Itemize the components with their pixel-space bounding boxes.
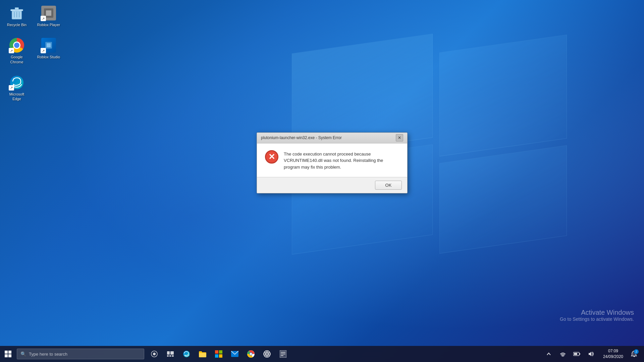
svg-rect-23: [219, 350, 222, 354]
mail-button[interactable]: [227, 347, 242, 361]
settings-taskbar-button[interactable]: [260, 347, 274, 361]
svg-rect-17: [167, 355, 169, 357]
svg-rect-24: [215, 354, 218, 358]
clock-time: 07:09: [608, 348, 618, 354]
svg-rect-41: [579, 353, 580, 355]
taskbar: 🔍 Type here to search: [0, 346, 644, 362]
volume-icon[interactable]: [585, 348, 597, 360]
file-explorer-icon: [199, 351, 206, 357]
dialog-body: ✕ The code execution cannot proceed beca…: [257, 143, 407, 177]
clock-date: 24/09/2020: [603, 354, 623, 360]
notification-badge: 2: [634, 349, 639, 354]
dialog-title-text: plutonium-launcher-win32.exe - System Er…: [261, 135, 342, 140]
network-icon[interactable]: [557, 348, 569, 360]
file-explorer-button[interactable]: [195, 347, 210, 361]
mail-icon: [231, 351, 238, 357]
error-icon: ✕: [265, 150, 278, 164]
svg-point-29: [250, 353, 252, 355]
microsoft-store-button[interactable]: [211, 347, 226, 361]
settings-taskbar-icon: [263, 350, 271, 358]
svg-rect-36: [281, 352, 285, 353]
search-icon: 🔍: [20, 351, 26, 357]
battery-svg-icon: [573, 352, 581, 356]
taskbar-search-bar[interactable]: 🔍 Type here to search: [17, 349, 144, 359]
svg-rect-16: [170, 351, 174, 355]
cortana-icon: [151, 351, 158, 357]
dialog-title: plutonium-launcher-win32.exe - System Er…: [261, 135, 342, 140]
svg-rect-21: [199, 353, 206, 357]
task-view-button[interactable]: [163, 347, 178, 361]
svg-rect-18: [169, 355, 171, 357]
ok-button[interactable]: OK: [375, 181, 402, 190]
dialog-close-button[interactable]: ✕: [396, 134, 403, 141]
app7-taskbar-button[interactable]: [276, 347, 290, 361]
dialog-footer: OK: [257, 177, 407, 193]
edge-taskbar-button[interactable]: [179, 347, 194, 361]
task-view-icon: [167, 351, 174, 357]
dialog-message-text: The code execution cannot proceed becaus…: [284, 150, 399, 171]
svg-rect-19: [172, 355, 174, 357]
tray-overflow-button[interactable]: [543, 348, 555, 360]
chrome-taskbar-button[interactable]: [244, 347, 258, 361]
svg-marker-43: [589, 352, 591, 356]
notification-button[interactable]: 2: [627, 347, 641, 361]
svg-rect-38: [281, 355, 283, 356]
taskbar-middle: [147, 347, 290, 361]
search-placeholder-text: Type here to search: [29, 352, 67, 357]
taskbar-right: 07:09 24/09/2020 2: [540, 347, 644, 361]
edge-taskbar-icon: [183, 350, 190, 358]
taskbar-clock[interactable]: 07:09 24/09/2020: [600, 348, 626, 360]
svg-rect-15: [167, 351, 170, 355]
start-button[interactable]: [0, 346, 16, 362]
volume-svg-icon: [588, 351, 594, 357]
cortana-button[interactable]: [147, 347, 162, 361]
microsoft-store-icon: [215, 350, 222, 358]
svg-rect-42: [574, 353, 577, 355]
system-tray: [540, 348, 600, 360]
chrome-taskbar-icon: [247, 350, 255, 358]
system-error-dialog: plutonium-launcher-win32.exe - System Er…: [257, 132, 408, 194]
svg-point-14: [153, 353, 156, 355]
svg-point-34: [266, 353, 268, 355]
chevron-up-icon: [546, 352, 551, 356]
svg-rect-37: [281, 354, 285, 354]
network-wifi-icon: [560, 351, 566, 357]
svg-rect-25: [219, 354, 222, 358]
app7-icon: [280, 350, 286, 358]
battery-icon[interactable]: [571, 348, 583, 360]
dialog-overlay: plutonium-launcher-win32.exe - System Er…: [0, 0, 644, 346]
svg-point-39: [562, 356, 563, 357]
svg-rect-22: [215, 350, 218, 354]
windows-logo-icon: [5, 351, 11, 357]
dialog-titlebar: plutonium-launcher-win32.exe - System Er…: [257, 133, 407, 143]
